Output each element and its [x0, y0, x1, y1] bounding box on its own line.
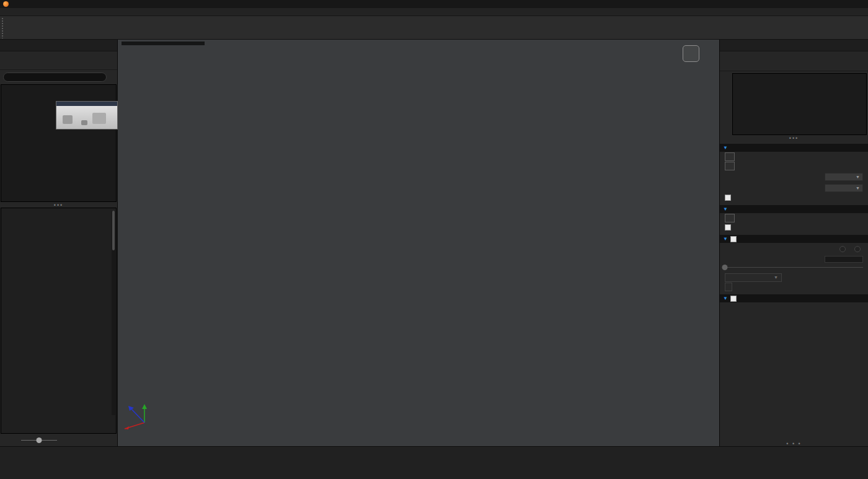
ground-grid-checkbox[interactable]: [725, 224, 731, 231]
app-icon: [3, 1, 9, 7]
environment-tree: [1, 84, 117, 202]
camera-list: [732, 73, 867, 135]
realtime-render: [264, 40, 570, 446]
walk-mode-button[interactable]: [725, 162, 735, 170]
chevron-down-icon: ▼: [723, 146, 728, 151]
viewport-camera-reset-button[interactable]: [683, 45, 699, 62]
set-camera-focus-button[interactable]: [725, 152, 735, 161]
toolbar-drag-handle[interactable]: [1, 17, 4, 38]
section-position-orientation[interactable]: ▼: [720, 144, 868, 152]
title-bar: [0, 0, 868, 8]
thumbnail-size-slider[interactable]: [21, 437, 57, 443]
library-search[interactable]: [3, 73, 107, 82]
main-toolbar: [0, 16, 868, 40]
match-perspective-button[interactable]: [725, 214, 735, 222]
project-panel: ••• ▼ ▼ ▼ ▼: [719, 40, 868, 446]
ipd-value[interactable]: [825, 256, 863, 263]
thumbnail-scrollbar[interactable]: [112, 211, 115, 415]
studio-preview-popup: [56, 101, 118, 130]
section-lens-settings[interactable]: ▼: [720, 205, 868, 213]
bottom-dock: [0, 446, 868, 479]
stereo-3d-view-button[interactable]: [725, 283, 732, 291]
stereo-enable-checkbox[interactable]: [730, 236, 737, 242]
chevron-down-icon: ▼: [723, 207, 728, 212]
environment-thumbnails: [1, 208, 117, 434]
standard-view-dropdown[interactable]: ▼: [825, 173, 863, 181]
camera-list-toolbar: [720, 73, 732, 135]
library-panel: •••: [0, 40, 118, 446]
ipd-slider[interactable]: [725, 264, 863, 271]
grid-dropdown[interactable]: ▼: [825, 184, 863, 192]
axis-gizmo: [122, 392, 153, 430]
render-viewport[interactable]: [118, 40, 719, 446]
library-tabs: [0, 51, 117, 70]
search-input[interactable]: [9, 74, 52, 81]
render-stats-overlay: [122, 42, 205, 45]
menu-bar: [0, 8, 868, 16]
chevron-down-icon: ▼: [723, 237, 728, 242]
stereo-horizontal-radio[interactable]: [854, 246, 861, 252]
panel-splitter-handle[interactable]: • • •: [720, 441, 868, 446]
library-bottom-bar: [0, 434, 117, 446]
dof-enable-checkbox[interactable]: [730, 296, 737, 302]
section-stereo-environment[interactable]: ▼: [720, 235, 868, 243]
hmd-dropdown-button[interactable]: ▼: [725, 273, 782, 282]
section-depth-of-field[interactable]: ▼: [720, 294, 868, 302]
project-tabs: [720, 51, 868, 71]
panel-splitter-handle[interactable]: •••: [0, 202, 117, 208]
keep-above-ground-checkbox[interactable]: [725, 195, 731, 201]
stereo-vertical-radio[interactable]: [839, 246, 846, 252]
panel-splitter-handle[interactable]: •••: [720, 135, 868, 141]
chevron-down-icon: ▼: [723, 296, 728, 301]
